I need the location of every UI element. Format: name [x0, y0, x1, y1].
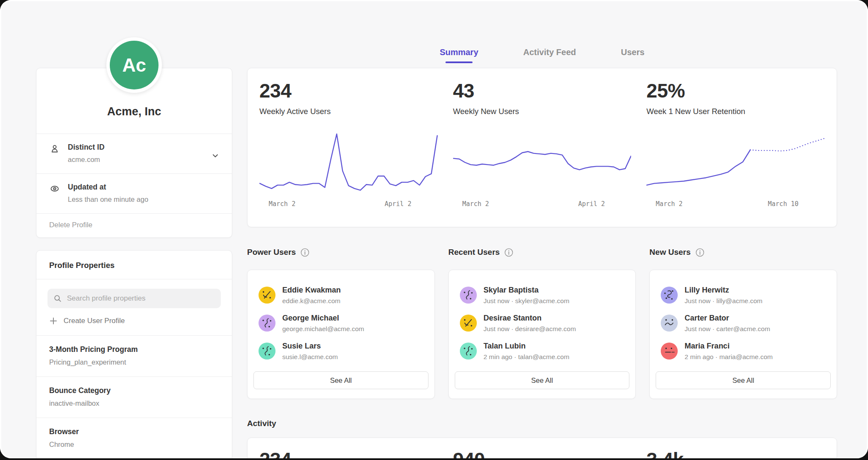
property-value: Chrome	[49, 440, 219, 449]
user-avatar	[259, 287, 275, 304]
info-icon[interactable]	[696, 248, 704, 257]
weekly-new-users-panel: 43 Weekly New Users March 2 April 2	[453, 81, 632, 214]
tick-label: March 2	[462, 200, 489, 208]
property-name: Browser	[49, 427, 219, 436]
user-row[interactable]: Lilly Herwitz Just now · lilly@acme.com	[661, 281, 826, 309]
user-name: George Michael	[282, 314, 364, 323]
sparkline-chart	[453, 131, 632, 194]
tab-summary[interactable]: Summary	[440, 47, 478, 64]
stat-label: Weekly New Users	[453, 107, 632, 116]
tab-users[interactable]: Users	[621, 47, 645, 64]
activity-stat-value: 3.4k	[646, 450, 825, 458]
tab-activity-feed[interactable]: Activity Feed	[523, 47, 576, 64]
company-avatar-initials: Ac	[110, 41, 159, 89]
sparkline-chart	[646, 131, 825, 194]
property-name: 3-Month Pricing Program	[49, 345, 219, 354]
company-name: Acme, Inc	[107, 105, 161, 118]
user-meta: eddie.k@acme.com	[282, 297, 341, 305]
user-name: Eddie Kwakman	[282, 286, 341, 295]
property-name: Bounce Category	[49, 386, 219, 395]
user-name: Skylar Baptista	[484, 286, 570, 295]
person-icon	[49, 143, 60, 154]
stat-value: 25%	[646, 81, 825, 100]
section-power-users: Power Users Eddie Kwakman eddie.k@acme.c…	[247, 248, 435, 399]
profile-properties-title: Profile Properties	[36, 251, 232, 279]
tick-label: March 10	[768, 200, 798, 208]
updated-at-label: Updated at	[68, 183, 148, 192]
stat-label: Week 1 New User Retention	[646, 107, 825, 116]
property-value: inactive-mailbox	[49, 399, 219, 407]
x-axis-ticks: March 2 April 2	[453, 200, 632, 208]
property-item: Browser Chrome	[36, 418, 232, 458]
user-meta: 2 min ago · maria@acme.com	[684, 353, 773, 361]
section-header: Power Users	[247, 248, 435, 257]
weekly-active-users-panel: 234 Weekly Active Users March 2 April 2	[259, 81, 438, 214]
user-meta: Just now · lilly@acme.com	[684, 297, 762, 305]
user-row[interactable]: Eddie Kwakman eddie.k@acme.com	[259, 281, 423, 309]
activity-card: 234 940 3.4k	[247, 438, 837, 458]
user-avatar	[259, 343, 275, 360]
eye-icon	[49, 183, 60, 194]
distinct-id-row: Distinct ID acme.com	[36, 134, 232, 173]
activity-stat-value: 940	[453, 450, 632, 458]
user-row[interactable]: Skylar Baptista Just now · skyler@acme.c…	[460, 281, 625, 309]
section-header: New Users	[649, 248, 837, 257]
user-avatar	[661, 287, 678, 304]
info-icon[interactable]	[300, 248, 309, 257]
user-row[interactable]: Talan Lubin 2 min ago · talan@acme.com	[460, 337, 625, 365]
user-name: Desirae Stanton	[484, 314, 576, 323]
create-user-profile-label: Create User Profile	[64, 317, 125, 325]
profile-properties-search[interactable]	[47, 289, 221, 308]
distinct-id-texts: Distinct ID acme.com	[68, 143, 105, 164]
info-icon[interactable]	[504, 248, 513, 257]
user-meta: Just now · skyler@acme.com	[484, 297, 570, 305]
user-card: Eddie Kwakman eddie.k@acme.com George Mi…	[247, 270, 435, 399]
activity-stat-panel: 940	[453, 450, 632, 458]
section-recent-users: Recent Users Skylar Baptista Just now · …	[448, 248, 636, 399]
user-meta: Just now · carter@acme.com	[684, 325, 770, 333]
user-avatar	[661, 343, 678, 360]
tick-label: April 2	[384, 200, 411, 208]
user-avatar	[460, 343, 477, 360]
user-avatar	[460, 315, 477, 332]
user-meta: Just now · desirare@acme.com	[484, 325, 576, 333]
see-all-button[interactable]: See All	[253, 371, 428, 389]
activity-stat-value: 234	[259, 450, 438, 458]
summary-card: 234 Weekly Active Users March 2 April 2 …	[247, 68, 837, 227]
user-name: Carter Bator	[684, 314, 770, 323]
search-input[interactable]	[66, 294, 215, 303]
user-name: Lilly Herwitz	[684, 286, 762, 295]
create-user-profile-button[interactable]: Create User Profile	[36, 308, 232, 336]
tick-label: April 2	[578, 200, 605, 208]
section-new-users: New Users Lilly Herwitz Just now · lilly…	[649, 248, 837, 399]
distinct-id-label: Distinct ID	[68, 143, 105, 152]
activity-stat-panel: 234	[259, 450, 438, 458]
user-meta: 2 min ago · talan@acme.com	[484, 353, 570, 361]
tick-label: March 2	[269, 200, 295, 208]
stat-value: 43	[453, 81, 632, 100]
user-card: Skylar Baptista Just now · skyler@acme.c…	[448, 270, 636, 399]
delete-profile-button[interactable]: Delete Profile	[36, 213, 232, 237]
x-axis-ticks: March 2 March 10	[646, 200, 825, 208]
user-sections: Power Users Eddie Kwakman eddie.k@acme.c…	[247, 248, 837, 399]
user-card: Lilly Herwitz Just now · lilly@acme.com …	[649, 270, 837, 399]
user-row[interactable]: Maria Franci 2 min ago · maria@acme.com	[661, 337, 826, 365]
user-avatar	[259, 315, 275, 332]
chevron-down-icon[interactable]	[210, 150, 221, 161]
user-name: Maria Franci	[684, 342, 773, 351]
retention-panel: 25% Week 1 New User Retention March 2 Ma…	[646, 81, 825, 214]
stat-value: 234	[259, 81, 438, 100]
user-meta: susie.l@acme.com	[282, 353, 338, 361]
company-avatar: Ac	[106, 37, 162, 93]
user-row[interactable]: Carter Bator Just now · carter@acme.com	[661, 309, 826, 337]
plus-icon	[49, 317, 58, 325]
see-all-button[interactable]: See All	[455, 371, 630, 389]
user-row[interactable]: Desirae Stanton Just now · desirare@acme…	[460, 309, 625, 337]
section-title: Recent Users	[448, 248, 500, 257]
section-title: Power Users	[247, 248, 296, 257]
app-screen: Ac Acme, Inc Distinct ID acme.com	[0, 0, 868, 458]
see-all-button[interactable]: See All	[656, 371, 831, 389]
user-row[interactable]: Susie Lars susie.l@acme.com	[259, 337, 423, 365]
property-item: Bounce Category inactive-mailbox	[36, 377, 232, 418]
user-row[interactable]: George Michael george.michael@acme.com	[259, 309, 423, 337]
